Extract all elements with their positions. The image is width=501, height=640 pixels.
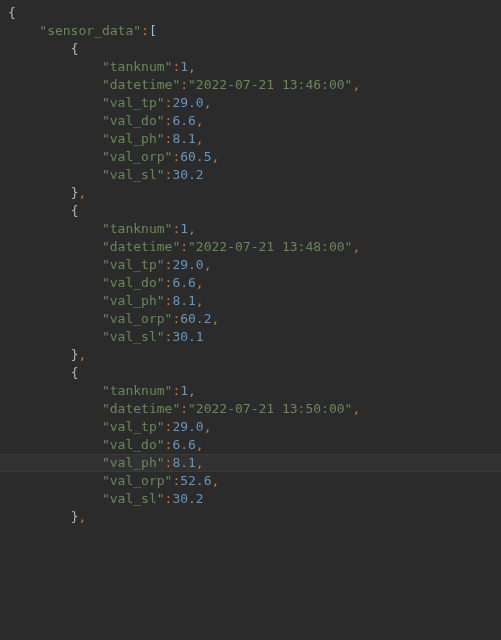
json-number-value: 30.2 — [172, 166, 203, 184]
brace-close: } — [71, 346, 79, 364]
json-key: val_do — [110, 112, 157, 130]
code-line: "tanknum": 1, — [0, 382, 501, 400]
json-code-viewer: { "sensor_data": [ { "tanknum": 1, "date… — [0, 0, 501, 530]
code-line: { — [0, 4, 501, 22]
code-line: "datetime": "2022-07-21 13:50:00", — [0, 400, 501, 418]
json-key: val_sl — [110, 328, 157, 346]
json-key: val_ph — [110, 292, 157, 310]
brace-open: { — [71, 40, 79, 58]
json-key: tanknum — [110, 220, 165, 238]
json-key: tanknum — [110, 58, 165, 76]
code-line: "val_tp": 29.0, — [0, 256, 501, 274]
brace-close: } — [71, 184, 79, 202]
code-line: { — [0, 364, 501, 382]
code-line: "val_tp": 29.0, — [0, 418, 501, 436]
json-number-value: 1 — [180, 382, 188, 400]
json-number-value: 52.6 — [180, 472, 211, 490]
code-line: "val_tp": 29.0, — [0, 94, 501, 112]
code-line: }, — [0, 184, 501, 202]
code-line: "val_ph": 8.1, — [0, 454, 501, 472]
code-line: { — [0, 40, 501, 58]
code-line: "val_do": 6.6, — [0, 274, 501, 292]
json-number-value: 30.2 — [172, 490, 203, 508]
code-line: "val_ph": 8.1, — [0, 130, 501, 148]
json-key: val_do — [110, 274, 157, 292]
code-line: "sensor_data": [ — [0, 22, 501, 40]
json-key: val_sl — [110, 166, 157, 184]
json-number-value: 8.1 — [172, 454, 195, 472]
json-key: datetime — [110, 76, 173, 94]
json-number-value: 6.6 — [172, 274, 195, 292]
brace-open: { — [71, 202, 79, 220]
code-line: }, — [0, 508, 501, 526]
brace-open: { — [8, 4, 16, 22]
code-line: "datetime": "2022-07-21 13:48:00", — [0, 238, 501, 256]
code-line: "val_orp": 60.5, — [0, 148, 501, 166]
json-number-value: 1 — [180, 220, 188, 238]
json-key: tanknum — [110, 382, 165, 400]
code-line: }, — [0, 346, 501, 364]
brace-close: } — [71, 508, 79, 526]
code-line: "val_ph": 8.1, — [0, 292, 501, 310]
json-number-value: 60.5 — [180, 148, 211, 166]
json-string-value: 2022-07-21 13:48:00 — [196, 238, 345, 256]
code-line: "val_sl": 30.2 — [0, 166, 501, 184]
code-line: "val_do": 6.6, — [0, 112, 501, 130]
json-key: val_sl — [110, 490, 157, 508]
json-key: datetime — [110, 400, 173, 418]
json-number-value: 1 — [180, 58, 188, 76]
json-string-value: 2022-07-21 13:46:00 — [196, 76, 345, 94]
json-number-value: 8.1 — [172, 292, 195, 310]
json-number-value: 29.0 — [172, 418, 203, 436]
brace-open: { — [71, 364, 79, 382]
code-line: "val_do": 6.6, — [0, 436, 501, 454]
json-number-value: 29.0 — [172, 256, 203, 274]
code-line: "val_orp": 52.6, — [0, 472, 501, 490]
json-key: val_do — [110, 436, 157, 454]
json-key: val_orp — [110, 472, 165, 490]
code-line: "datetime": "2022-07-21 13:46:00", — [0, 76, 501, 94]
code-line: "tanknum": 1, — [0, 58, 501, 76]
json-key: datetime — [110, 238, 173, 256]
code-line: "val_sl": 30.1 — [0, 328, 501, 346]
json-number-value: 6.6 — [172, 436, 195, 454]
code-line: "val_orp": 60.2, — [0, 310, 501, 328]
code-line: "val_sl": 30.2 — [0, 490, 501, 508]
json-string-value: 2022-07-21 13:50:00 — [196, 400, 345, 418]
json-key: val_ph — [110, 454, 157, 472]
json-number-value: 30.1 — [172, 328, 203, 346]
json-key: val_ph — [110, 130, 157, 148]
code-line: "tanknum": 1, — [0, 220, 501, 238]
json-key: sensor_data — [47, 22, 133, 40]
json-number-value: 8.1 — [172, 130, 195, 148]
json-number-value: 60.2 — [180, 310, 211, 328]
json-key: val_tp — [110, 418, 157, 436]
json-key: val_orp — [110, 310, 165, 328]
code-line: { — [0, 202, 501, 220]
json-key: val_tp — [110, 94, 157, 112]
bracket-open: [ — [149, 22, 157, 40]
json-number-value: 6.6 — [172, 112, 195, 130]
json-key: val_tp — [110, 256, 157, 274]
json-key: val_orp — [110, 148, 165, 166]
json-number-value: 29.0 — [172, 94, 203, 112]
